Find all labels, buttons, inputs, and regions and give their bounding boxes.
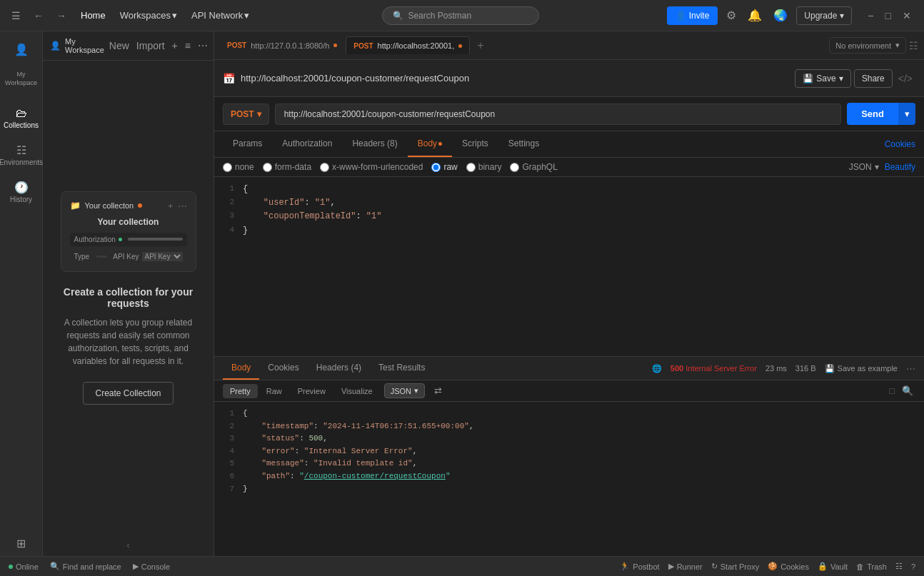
- close-button[interactable]: ✕: [898, 7, 915, 24]
- cookies-link[interactable]: Cookies: [885, 139, 915, 149]
- beautify-button[interactable]: Beautify: [885, 162, 915, 172]
- opt-none[interactable]: none: [223, 162, 254, 172]
- grid-icon[interactable]: ☷: [895, 562, 903, 571]
- share-button[interactable]: Share: [854, 69, 893, 88]
- find-replace-button[interactable]: 🔍 Find and replace: [50, 562, 121, 571]
- resp-tab-test-results[interactable]: Test Results: [370, 357, 433, 380]
- sidebar-item-environments[interactable]: ☷ Environments: [3, 138, 40, 172]
- create-collection-button[interactable]: Create Collection: [83, 382, 173, 405]
- cookies-status-button[interactable]: 🍪 Cookies: [768, 562, 809, 571]
- method-select[interactable]: POST ▾: [223, 103, 269, 125]
- online-status[interactable]: Online: [9, 562, 39, 571]
- runner-button[interactable]: ▶ Runner: [668, 562, 703, 571]
- upgrade-button[interactable]: Upgrade ▾: [796, 6, 852, 25]
- sidebar-item-history[interactable]: 🕐 History: [3, 175, 40, 209]
- opt-urlencoded[interactable]: x-www-form-urlencoded: [320, 162, 423, 172]
- forward-button[interactable]: →: [54, 7, 69, 24]
- resp-line-1: 1 {: [214, 408, 924, 420]
- sidebar-item-components[interactable]: ⊞: [3, 531, 40, 556]
- req-line-3: 3 "couponTemplateId": "1": [214, 210, 924, 223]
- import-button[interactable]: Import: [134, 38, 167, 54]
- tab-2[interactable]: POST http://localhost:20001,: [346, 36, 470, 54]
- tab-params[interactable]: Params: [223, 131, 272, 157]
- response-tabs-bar: Body Cookies Headers (4) Test Results 🌐 …: [214, 357, 924, 380]
- minimize-button[interactable]: −: [863, 7, 878, 24]
- resp-tab-cookies[interactable]: Cookies: [259, 357, 307, 380]
- urlencoded-radio[interactable]: [320, 163, 329, 172]
- new-button[interactable]: New: [107, 38, 131, 54]
- resp-format-select[interactable]: JSON ▾: [384, 383, 425, 398]
- menu-icon[interactable]: ☰: [9, 7, 24, 24]
- resp-raw-button[interactable]: Raw: [259, 384, 289, 398]
- opt-binary[interactable]: binary: [466, 162, 502, 172]
- req-line-1: 1 {: [214, 183, 924, 196]
- resp-line-6: 6 "path": "/coupon-customer/requestCoupo…: [214, 470, 924, 483]
- preview-type: Type API Key API Key: [70, 251, 187, 263]
- resp-tab-body[interactable]: Body: [223, 357, 259, 380]
- tab-authorization[interactable]: Authorization: [272, 131, 342, 157]
- response-code-editor[interactable]: 1 { 2 "timestamp": "2024-11-14T06:17:51.…: [214, 402, 924, 556]
- search-postman[interactable]: 🔍 Search Postman: [382, 6, 539, 25]
- add-collection-icon[interactable]: +: [170, 38, 180, 54]
- preview-auth: Authorization: [70, 233, 187, 246]
- code-icon[interactable]: </>: [895, 69, 915, 88]
- trash-button[interactable]: 🗑 Trash: [856, 562, 887, 571]
- binary-radio[interactable]: [466, 163, 476, 172]
- history-label: History: [10, 196, 32, 203]
- opt-form-data[interactable]: form-data: [263, 162, 311, 172]
- collections-icon: 🗁: [16, 107, 27, 120]
- url-input[interactable]: [275, 103, 842, 125]
- copy-response-button[interactable]: □: [887, 383, 897, 398]
- vault-button[interactable]: 🔒 Vault: [818, 562, 848, 571]
- resp-pretty-button[interactable]: Pretty: [223, 384, 258, 398]
- opt-raw[interactable]: raw: [431, 162, 457, 172]
- none-radio[interactable]: [223, 163, 232, 172]
- filter-icon[interactable]: ⇄: [432, 383, 444, 398]
- raw-radio[interactable]: [431, 163, 441, 172]
- add-icon[interactable]: +: [168, 201, 174, 211]
- postbot-button[interactable]: 🏃 Postbot: [620, 562, 659, 571]
- help-icon[interactable]: ?: [911, 562, 915, 571]
- form-data-radio[interactable]: [263, 163, 272, 172]
- opt-graphql[interactable]: GraphQL: [510, 162, 557, 172]
- save-button[interactable]: 💾 Save ▾: [795, 69, 850, 88]
- send-dropdown-button[interactable]: ▾: [898, 103, 915, 125]
- resp-tab-headers[interactable]: Headers (4): [308, 357, 370, 380]
- tab-settings[interactable]: Settings: [498, 131, 549, 157]
- graphql-radio[interactable]: [510, 163, 519, 172]
- tabs-bar-right: No environment ▾ ☷: [829, 37, 918, 54]
- start-proxy-button[interactable]: ↻ Start Proxy: [711, 562, 759, 571]
- nav-home[interactable]: Home: [75, 7, 111, 24]
- sort-icon[interactable]: ≡: [183, 38, 193, 54]
- sidebar-item-collections[interactable]: 🗁 Collections: [3, 101, 40, 135]
- type-select[interactable]: API Key: [142, 252, 183, 261]
- back-button[interactable]: ←: [31, 7, 46, 24]
- resp-visualize-button[interactable]: Visualize: [334, 384, 380, 398]
- console-button[interactable]: ▶ Console: [133, 562, 170, 571]
- search-response-button[interactable]: 🔍: [900, 383, 915, 398]
- layout-button[interactable]: ☷: [909, 40, 918, 51]
- resp-preview-button[interactable]: Preview: [291, 384, 333, 398]
- tab-1[interactable]: POST http://127.0.0.1:8080/h: [220, 37, 344, 54]
- maximize-button[interactable]: □: [881, 7, 895, 24]
- save-example-button[interactable]: 💾 Save as example: [825, 364, 898, 373]
- tab-headers[interactable]: Headers (8): [342, 131, 407, 157]
- more-icon[interactable]: ⋯: [178, 201, 187, 211]
- req-line-4: 4 }: [214, 224, 924, 238]
- more-options-icon[interactable]: ⋯: [196, 38, 210, 54]
- environment-select[interactable]: No environment ▾: [829, 37, 906, 54]
- tab-scripts[interactable]: Scripts: [452, 131, 498, 157]
- invite-button[interactable]: 👤 Invite: [667, 6, 718, 25]
- notifications-icon[interactable]: 🔔: [745, 6, 765, 25]
- json-format-select[interactable]: JSON ▾: [849, 162, 879, 172]
- settings-icon[interactable]: ⚙: [723, 6, 739, 25]
- request-body-editor[interactable]: 1 { 2 "userId": "1", 3 "couponTemplateId…: [214, 177, 924, 356]
- add-tab-button[interactable]: +: [471, 36, 489, 55]
- avatar-icon[interactable]: 🌏: [770, 6, 790, 25]
- nav-api-network[interactable]: API Network ▾: [186, 7, 255, 24]
- send-button[interactable]: Send: [847, 103, 898, 125]
- nav-workspaces[interactable]: Workspaces ▾: [114, 7, 183, 24]
- tab-body[interactable]: Body: [408, 131, 452, 157]
- collapse-panel-button[interactable]: ‹: [43, 535, 214, 556]
- response-more-button[interactable]: ⋯: [906, 363, 915, 374]
